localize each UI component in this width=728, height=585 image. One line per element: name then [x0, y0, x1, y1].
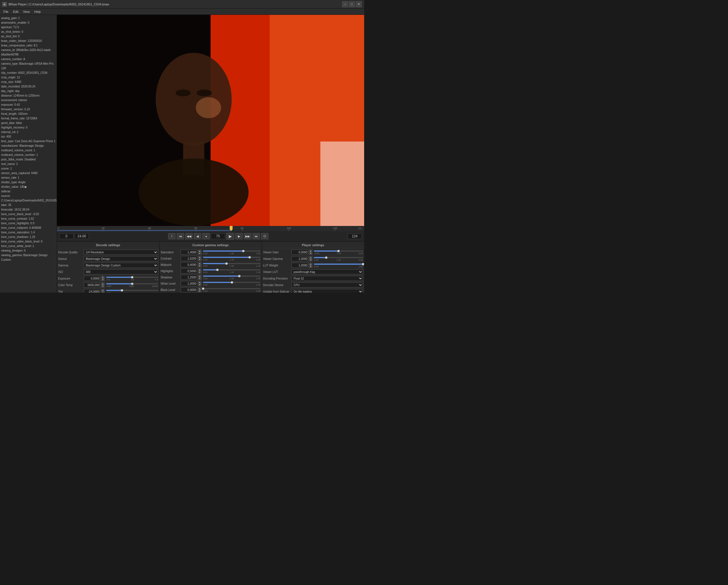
svg-text:60: 60: [194, 227, 197, 230]
saturation-slider[interactable]: 0.001.002.00: [203, 250, 261, 255]
black-level-input[interactable]: [181, 287, 197, 292]
decoder-device-dropdown[interactable]: CPU: [291, 282, 363, 287]
lut-weight-control: ▲ ▼ 0.001.00: [291, 263, 363, 268]
white-level-input[interactable]: [181, 281, 197, 286]
decoding-precision-dropdown[interactable]: Float 32: [291, 276, 363, 281]
white-level-down[interactable]: ▼: [198, 283, 202, 286]
color-temp-down[interactable]: ▼: [101, 285, 105, 287]
exposure-slider[interactable]: -5.00.05.0: [106, 276, 158, 281]
metadata-line: multicard_volume_count: 1: [1, 148, 56, 153]
viewer-gain-down[interactable]: ▼: [309, 252, 312, 255]
position-display[interactable]: 75: [211, 233, 225, 239]
gamma-dropdown[interactable]: Blackmagic Design Custom: [84, 263, 158, 268]
exposure-down[interactable]: ▼: [101, 278, 105, 281]
viewer-gamma-up[interactable]: ▲: [309, 256, 312, 259]
gamut-dropdown[interactable]: Blackmagic Design: [84, 256, 158, 261]
shadows-control: ▲ ▼ 0.001.002.00: [181, 275, 261, 280]
highlights-down[interactable]: ▼: [198, 271, 202, 274]
gamut-label: Gamut: [58, 257, 84, 260]
gamma-label: Gamma: [58, 264, 84, 267]
midpoint-input[interactable]: [181, 262, 197, 267]
lut-weight-input[interactable]: [291, 263, 308, 268]
viewer-gamma-slider[interactable]: 0.001.004.00: [314, 256, 363, 261]
color-temp-spinners: ▲ ▼: [101, 282, 105, 287]
shadows-down[interactable]: ▼: [198, 277, 202, 280]
tint-down[interactable]: ▼: [101, 291, 105, 292]
shadows-up[interactable]: ▲: [198, 275, 202, 277]
metadata-line: braw_codec_bitrate: 120350016: [1, 39, 56, 43]
mark-in-button[interactable]: I: [168, 233, 176, 239]
viewer-gain-slider[interactable]: -5.001.005.00: [314, 250, 363, 255]
decoding-precision-control: Float 32: [291, 276, 363, 281]
contrast-up[interactable]: ▲: [198, 256, 202, 258]
tint-input[interactable]: [84, 289, 100, 292]
white-level-label: White Level: [161, 282, 181, 285]
rev-play-button[interactable]: ◂: [202, 233, 210, 239]
iso-dropdown[interactable]: 400: [84, 269, 158, 274]
shadows-slider[interactable]: 0.001.002.00: [203, 275, 261, 280]
update-from-sidecar-label: Update from Sidecar: [263, 290, 291, 293]
white-level-slider[interactable]: 0.002.00: [203, 281, 261, 286]
midpoint-down[interactable]: ▼: [198, 265, 202, 267]
viewer-gamma-input[interactable]: [291, 256, 308, 261]
current-frame-display[interactable]: 0: [59, 233, 74, 239]
svg-rect-3: [320, 142, 364, 226]
color-temp-input[interactable]: [84, 282, 100, 287]
go-start-button[interactable]: ⏮: [177, 233, 184, 239]
close-button[interactable]: ✕: [356, 1, 362, 7]
highlights-up[interactable]: ▲: [198, 269, 202, 271]
tint-up[interactable]: ▲: [101, 289, 105, 291]
decode-quality-dropdown[interactable]: 1/4 Resolution: [84, 250, 158, 255]
tint-control: ▲ ▼ -100: [84, 289, 158, 292]
prev-frame-button[interactable]: ◀◀: [185, 233, 192, 239]
highlights-slider[interactable]: 0.001.002.00: [203, 269, 261, 274]
metadata-line: manufacturer: Blackmagic Design: [1, 144, 56, 148]
end-frame-display[interactable]: 124: [347, 233, 362, 239]
contrast-input[interactable]: [181, 256, 197, 261]
viewer-gamma-down[interactable]: ▼: [309, 259, 312, 261]
viewer-gain-input[interactable]: [291, 250, 308, 255]
black-level-slider[interactable]: 0.002.00: [203, 287, 261, 292]
maximize-button[interactable]: □: [349, 1, 355, 7]
step-back-button[interactable]: ◀: [194, 233, 201, 239]
go-end-button[interactable]: ⏭: [253, 233, 260, 239]
tint-slider[interactable]: -100: [106, 289, 158, 293]
exposure-input[interactable]: [84, 276, 100, 281]
gamma-settings-title: Custom gamma settings: [161, 243, 261, 248]
viewer-lut-dropdown[interactable]: passthrough.frag: [291, 269, 363, 274]
menu-view[interactable]: View: [21, 9, 32, 14]
lut-weight-up[interactable]: ▲: [309, 263, 312, 265]
menu-edit[interactable]: Edit: [11, 9, 21, 14]
framerate-display[interactable]: 24.00: [75, 233, 89, 239]
color-temp-up[interactable]: ▲: [101, 282, 105, 285]
highlights-spinners: ▲ ▼: [198, 269, 202, 274]
play-button[interactable]: ▶: [226, 233, 234, 240]
contrast-down[interactable]: ▼: [198, 258, 202, 261]
metadata-line: date_recorded: 2020:06:24: [1, 84, 56, 89]
exposure-up[interactable]: ▲: [101, 276, 105, 278]
midpoint-up[interactable]: ▲: [198, 262, 202, 265]
mark-out-button[interactable]: O: [261, 233, 268, 239]
lut-weight-down[interactable]: ▼: [309, 265, 312, 268]
menu-help[interactable]: Help: [32, 9, 43, 14]
update-from-sidecar-dropdown[interactable]: On file loading: [291, 289, 363, 292]
minimize-button[interactable]: –: [342, 1, 348, 7]
black-level-down[interactable]: ▼: [198, 290, 202, 292]
viewer-gain-up[interactable]: ▲: [309, 250, 312, 252]
shadows-input[interactable]: [181, 275, 197, 280]
black-level-up[interactable]: ▲: [198, 287, 202, 290]
lut-weight-slider[interactable]: 0.001.00: [314, 263, 363, 268]
saturation-input[interactable]: [181, 250, 197, 255]
metadata-line: lens_type: Carl Zeiss AG Supreme Prime 1: [1, 139, 56, 144]
metadata-panel[interactable]: analog_gain: 1anamorphic_enable: 0apertu…: [0, 15, 57, 292]
contrast-slider[interactable]: 0.001.002.00: [203, 256, 261, 261]
menu-file[interactable]: File: [1, 9, 11, 14]
step-fwd-button[interactable]: ▶: [235, 233, 243, 239]
saturation-up[interactable]: ▲: [198, 250, 202, 252]
saturation-down[interactable]: ▼: [198, 252, 202, 255]
color-temp-slider[interactable]: 2000560010000: [106, 283, 158, 287]
highlights-input[interactable]: [181, 269, 197, 274]
midpoint-slider[interactable]: 0.000.501.00: [203, 262, 261, 267]
white-level-up[interactable]: ▲: [198, 281, 202, 283]
next-frame-button[interactable]: ▶▶: [244, 233, 251, 239]
